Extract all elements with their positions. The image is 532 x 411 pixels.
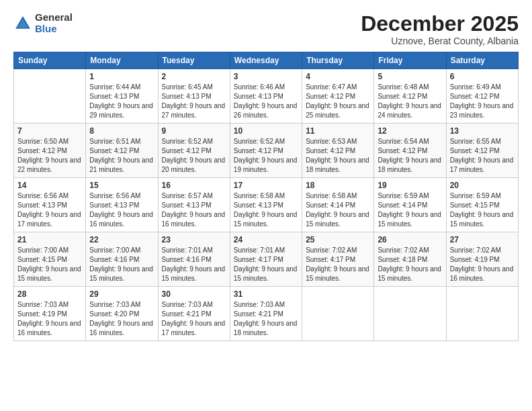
day-info: Sunrise: 6:47 AMSunset: 4:12 PMDaylight:…: [306, 83, 370, 120]
calendar-header-row: SundayMondayTuesdayWednesdayThursdayFrid…: [14, 52, 519, 69]
calendar-table: SundayMondayTuesdayWednesdayThursdayFrid…: [13, 52, 519, 341]
day-info: Sunrise: 7:03 AMSunset: 4:21 PMDaylight:…: [162, 300, 226, 338]
calendar-cell: [446, 287, 518, 341]
calendar-cell: 8Sunrise: 6:51 AMSunset: 4:12 PMDaylight…: [86, 124, 158, 178]
day-info: Sunrise: 6:45 AMSunset: 4:13 PMDaylight:…: [162, 83, 226, 120]
day-info: Sunrise: 7:02 AMSunset: 4:19 PMDaylight:…: [450, 246, 515, 283]
calendar-cell: 22Sunrise: 7:00 AMSunset: 4:16 PMDayligh…: [86, 232, 158, 287]
day-number: 29: [89, 289, 154, 299]
col-header-thursday: Thursday: [302, 52, 374, 69]
day-info: Sunrise: 7:01 AMSunset: 4:17 PMDaylight:…: [234, 246, 298, 283]
day-info: Sunrise: 7:01 AMSunset: 4:16 PMDaylight:…: [162, 246, 226, 283]
day-number: 25: [306, 235, 370, 244]
day-number: 1: [89, 72, 154, 81]
calendar-week-1: 7Sunrise: 6:50 AMSunset: 4:12 PMDaylight…: [14, 124, 519, 178]
day-info: Sunrise: 7:03 AMSunset: 4:20 PMDaylight:…: [89, 300, 154, 338]
day-info: Sunrise: 7:00 AMSunset: 4:15 PMDaylight:…: [17, 246, 82, 283]
day-info: Sunrise: 6:44 AMSunset: 4:13 PMDaylight:…: [89, 83, 154, 120]
calendar-cell: 29Sunrise: 7:03 AMSunset: 4:20 PMDayligh…: [86, 287, 158, 341]
day-info: Sunrise: 6:52 AMSunset: 4:12 PMDaylight:…: [234, 137, 298, 175]
calendar-cell: [14, 69, 86, 124]
day-number: 12: [378, 126, 442, 136]
day-number: 20: [450, 181, 515, 190]
subtitle: Uznove, Berat County, Albania: [361, 36, 519, 46]
day-info: Sunrise: 6:48 AMSunset: 4:12 PMDaylight:…: [378, 83, 442, 120]
day-number: 19: [378, 181, 442, 190]
logo-text: General Blue: [35, 12, 73, 34]
day-info: Sunrise: 7:00 AMSunset: 4:16 PMDaylight:…: [89, 246, 154, 283]
day-info: Sunrise: 6:49 AMSunset: 4:12 PMDaylight:…: [450, 83, 515, 120]
day-number: 23: [162, 235, 226, 244]
calendar-cell: 12Sunrise: 6:54 AMSunset: 4:12 PMDayligh…: [374, 124, 446, 178]
calendar-week-2: 14Sunrise: 6:56 AMSunset: 4:13 PMDayligh…: [14, 178, 519, 232]
calendar-cell: 23Sunrise: 7:01 AMSunset: 4:16 PMDayligh…: [158, 232, 230, 287]
day-number: 17: [234, 181, 298, 190]
day-info: Sunrise: 7:02 AMSunset: 4:18 PMDaylight:…: [378, 246, 442, 283]
day-number: 6: [450, 72, 515, 81]
calendar-cell: 10Sunrise: 6:52 AMSunset: 4:12 PMDayligh…: [230, 124, 302, 178]
day-number: 11: [306, 126, 370, 136]
day-number: 10: [234, 126, 298, 136]
day-number: 31: [234, 289, 298, 299]
col-header-friday: Friday: [374, 52, 446, 69]
calendar-cell: 27Sunrise: 7:02 AMSunset: 4:19 PMDayligh…: [446, 232, 518, 287]
calendar-cell: 25Sunrise: 7:02 AMSunset: 4:17 PMDayligh…: [302, 232, 374, 287]
calendar-cell: 13Sunrise: 6:55 AMSunset: 4:12 PMDayligh…: [446, 124, 518, 178]
calendar-cell: 5Sunrise: 6:48 AMSunset: 4:12 PMDaylight…: [374, 69, 446, 124]
day-info: Sunrise: 6:59 AMSunset: 4:14 PMDaylight:…: [378, 191, 442, 229]
day-info: Sunrise: 6:58 AMSunset: 4:14 PMDaylight:…: [306, 191, 370, 229]
day-number: 3: [234, 72, 298, 81]
calendar-cell: 14Sunrise: 6:56 AMSunset: 4:13 PMDayligh…: [14, 178, 86, 232]
calendar-cell: 6Sunrise: 6:49 AMSunset: 4:12 PMDaylight…: [446, 69, 518, 124]
calendar-cell: 7Sunrise: 6:50 AMSunset: 4:12 PMDaylight…: [14, 124, 86, 178]
day-number: 22: [89, 235, 154, 244]
day-number: 21: [17, 235, 82, 244]
day-info: Sunrise: 6:50 AMSunset: 4:12 PMDaylight:…: [17, 137, 82, 175]
calendar-cell: 28Sunrise: 7:03 AMSunset: 4:19 PMDayligh…: [14, 287, 86, 341]
day-number: 27: [450, 235, 515, 244]
calendar-cell: 19Sunrise: 6:59 AMSunset: 4:14 PMDayligh…: [374, 178, 446, 232]
logo-general-text: General: [35, 12, 73, 24]
calendar-cell: 26Sunrise: 7:02 AMSunset: 4:18 PMDayligh…: [374, 232, 446, 287]
logo-blue-text: Blue: [35, 24, 73, 35]
calendar-week-0: 1Sunrise: 6:44 AMSunset: 4:13 PMDaylight…: [14, 69, 519, 124]
day-number: 13: [450, 126, 515, 136]
main-title: December 2025: [361, 12, 519, 36]
day-info: Sunrise: 6:57 AMSunset: 4:13 PMDaylight:…: [162, 191, 226, 229]
day-number: 28: [17, 289, 82, 299]
day-info: Sunrise: 6:55 AMSunset: 4:12 PMDaylight:…: [450, 137, 515, 175]
calendar-cell: 17Sunrise: 6:58 AMSunset: 4:13 PMDayligh…: [230, 178, 302, 232]
day-number: 15: [89, 181, 154, 190]
calendar-week-3: 21Sunrise: 7:00 AMSunset: 4:15 PMDayligh…: [14, 232, 519, 287]
title-block: December 2025 Uznove, Berat County, Alba…: [361, 12, 519, 46]
day-info: Sunrise: 6:59 AMSunset: 4:15 PMDaylight:…: [450, 191, 515, 229]
day-info: Sunrise: 6:51 AMSunset: 4:12 PMDaylight:…: [89, 137, 154, 175]
calendar-cell: 24Sunrise: 7:01 AMSunset: 4:17 PMDayligh…: [230, 232, 302, 287]
calendar-cell: 2Sunrise: 6:45 AMSunset: 4:13 PMDaylight…: [158, 69, 230, 124]
calendar-cell: 1Sunrise: 6:44 AMSunset: 4:13 PMDaylight…: [86, 69, 158, 124]
col-header-wednesday: Wednesday: [230, 52, 302, 69]
day-number: 2: [162, 72, 226, 81]
logo-icon: [13, 14, 32, 33]
header: General Blue December 2025 Uznove, Berat…: [13, 12, 519, 46]
day-number: 5: [378, 72, 442, 81]
col-header-monday: Monday: [86, 52, 158, 69]
calendar-cell: 30Sunrise: 7:03 AMSunset: 4:21 PMDayligh…: [158, 287, 230, 341]
day-number: 14: [17, 181, 82, 190]
day-number: 18: [306, 181, 370, 190]
col-header-saturday: Saturday: [446, 52, 518, 69]
calendar-cell: 11Sunrise: 6:53 AMSunset: 4:12 PMDayligh…: [302, 124, 374, 178]
calendar-week-4: 28Sunrise: 7:03 AMSunset: 4:19 PMDayligh…: [14, 287, 519, 341]
day-info: Sunrise: 6:56 AMSunset: 4:13 PMDaylight:…: [17, 191, 82, 229]
day-number: 24: [234, 235, 298, 244]
col-header-sunday: Sunday: [14, 52, 86, 69]
calendar-cell: 15Sunrise: 6:56 AMSunset: 4:13 PMDayligh…: [86, 178, 158, 232]
col-header-tuesday: Tuesday: [158, 52, 230, 69]
calendar-cell: 16Sunrise: 6:57 AMSunset: 4:13 PMDayligh…: [158, 178, 230, 232]
day-info: Sunrise: 6:58 AMSunset: 4:13 PMDaylight:…: [234, 191, 298, 229]
day-number: 16: [162, 181, 226, 190]
calendar-cell: 21Sunrise: 7:00 AMSunset: 4:15 PMDayligh…: [14, 232, 86, 287]
day-number: 8: [89, 126, 154, 136]
day-number: 9: [162, 126, 226, 136]
day-info: Sunrise: 6:56 AMSunset: 4:13 PMDaylight:…: [89, 191, 154, 229]
